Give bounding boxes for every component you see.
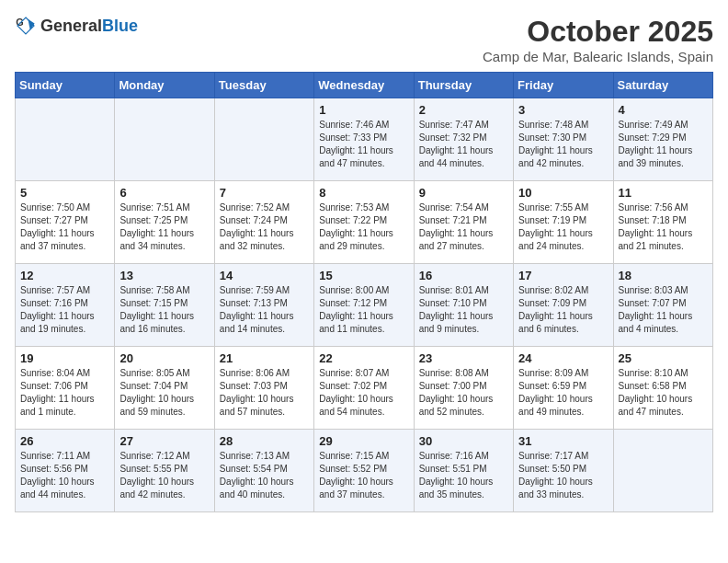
day-header-saturday: Saturday [613,73,712,98]
calendar-cell: 22Sunrise: 8:07 AM Sunset: 7:02 PM Dayli… [314,347,414,430]
day-header-wednesday: Wednesday [314,73,414,98]
day-info: Sunrise: 7:53 AM Sunset: 7:22 PM Dayligh… [319,201,408,253]
calendar-cell: 7Sunrise: 7:52 AM Sunset: 7:24 PM Daylig… [214,181,313,264]
calendar-cell: 23Sunrise: 8:08 AM Sunset: 7:00 PM Dayli… [414,347,513,430]
day-info: Sunrise: 7:50 AM Sunset: 7:27 PM Dayligh… [20,201,109,253]
day-number: 24 [518,351,608,365]
day-info: Sunrise: 7:55 AM Sunset: 7:19 PM Dayligh… [518,201,608,253]
day-info: Sunrise: 8:07 AM Sunset: 7:02 PM Dayligh… [319,367,408,419]
calendar-cell [16,98,115,181]
day-info: Sunrise: 7:49 AM Sunset: 7:29 PM Dayligh… [619,119,708,170]
calendar-cell [115,98,214,181]
day-number: 20 [119,351,209,365]
calendar-header-row: SundayMondayTuesdayWednesdayThursdayFrid… [16,73,713,98]
calendar-cell: 5Sunrise: 7:50 AM Sunset: 7:27 PM Daylig… [16,181,115,264]
day-info: Sunrise: 7:47 AM Sunset: 7:32 PM Dayligh… [419,119,508,170]
day-number: 9 [419,186,508,200]
calendar-cell: 3Sunrise: 7:48 AM Sunset: 7:30 PM Daylig… [514,98,613,181]
title-area: October 2025 Camp de Mar, Balearic Islan… [483,15,713,64]
day-number: 4 [619,103,708,117]
day-number: 5 [20,186,109,200]
day-info: Sunrise: 7:13 AM Sunset: 5:54 PM Dayligh… [220,450,309,501]
day-info: Sunrise: 8:06 AM Sunset: 7:03 PM Dayligh… [220,367,309,419]
calendar-cell: 19Sunrise: 8:04 AM Sunset: 7:06 PM Dayli… [16,347,115,430]
day-number: 21 [220,351,309,365]
day-number: 15 [319,269,408,282]
calendar-cell: 30Sunrise: 7:16 AM Sunset: 5:51 PM Dayli… [414,430,513,512]
day-info: Sunrise: 7:54 AM Sunset: 7:21 PM Dayligh… [419,201,508,253]
calendar-cell: 18Sunrise: 8:03 AM Sunset: 7:07 PM Dayli… [613,264,712,347]
day-info: Sunrise: 7:52 AM Sunset: 7:24 PM Dayligh… [220,201,309,253]
day-info: Sunrise: 7:51 AM Sunset: 7:25 PM Dayligh… [119,201,209,253]
day-header-friday: Friday [514,73,613,98]
day-info: Sunrise: 7:12 AM Sunset: 5:55 PM Dayligh… [119,450,209,501]
day-info: Sunrise: 8:10 AM Sunset: 6:58 PM Dayligh… [619,367,708,419]
day-header-sunday: Sunday [16,73,115,98]
day-header-tuesday: Tuesday [214,73,313,98]
day-number: 19 [20,351,109,365]
day-info: Sunrise: 7:59 AM Sunset: 7:13 PM Dayligh… [220,284,309,336]
day-info: Sunrise: 8:08 AM Sunset: 7:00 PM Dayligh… [419,367,508,419]
calendar-subtitle: Camp de Mar, Balearic Islands, Spain [483,49,713,64]
day-number: 8 [319,186,408,200]
day-info: Sunrise: 7:17 AM Sunset: 5:50 PM Dayligh… [518,450,608,501]
calendar-week-row: 12Sunrise: 7:57 AM Sunset: 7:16 PM Dayli… [16,264,713,347]
day-number: 25 [619,351,708,365]
day-number: 13 [119,269,209,282]
day-info: Sunrise: 8:05 AM Sunset: 7:04 PM Dayligh… [119,367,209,419]
day-number: 18 [619,269,708,282]
calendar-cell: 16Sunrise: 8:01 AM Sunset: 7:10 PM Dayli… [414,264,513,347]
day-number: 12 [20,269,109,282]
calendar-cell: 10Sunrise: 7:55 AM Sunset: 7:19 PM Dayli… [514,181,613,264]
calendar-cell [613,430,712,512]
day-number: 22 [319,351,408,365]
calendar-title: October 2025 [483,15,713,49]
logo-general: GeneralBlue [40,17,138,36]
day-number: 30 [419,434,508,448]
day-number: 1 [319,103,408,117]
day-number: 28 [220,434,309,448]
calendar-cell: 25Sunrise: 8:10 AM Sunset: 6:58 PM Dayli… [613,347,712,430]
day-number: 17 [518,269,608,282]
calendar-table: SundayMondayTuesdayWednesdayThursdayFrid… [15,72,713,512]
day-info: Sunrise: 7:48 AM Sunset: 7:30 PM Dayligh… [518,119,608,170]
day-info: Sunrise: 7:16 AM Sunset: 5:51 PM Dayligh… [419,450,508,501]
page-header: G GeneralBlue October 2025 Camp de Mar, … [15,15,713,64]
day-info: Sunrise: 8:09 AM Sunset: 6:59 PM Dayligh… [518,367,608,419]
calendar-cell: 6Sunrise: 7:51 AM Sunset: 7:25 PM Daylig… [115,181,214,264]
day-info: Sunrise: 8:00 AM Sunset: 7:12 PM Dayligh… [319,284,408,336]
day-number: 16 [419,269,508,282]
day-info: Sunrise: 7:46 AM Sunset: 7:33 PM Dayligh… [319,119,408,170]
calendar-cell: 20Sunrise: 8:05 AM Sunset: 7:04 PM Dayli… [115,347,214,430]
calendar-cell: 11Sunrise: 7:56 AM Sunset: 7:18 PM Dayli… [613,181,712,264]
day-info: Sunrise: 7:56 AM Sunset: 7:18 PM Dayligh… [619,201,708,253]
calendar-cell: 31Sunrise: 7:17 AM Sunset: 5:50 PM Dayli… [514,430,613,512]
day-number: 14 [220,269,309,282]
calendar-cell [214,98,313,181]
calendar-cell: 15Sunrise: 8:00 AM Sunset: 7:12 PM Dayli… [314,264,414,347]
day-info: Sunrise: 8:02 AM Sunset: 7:09 PM Dayligh… [518,284,608,336]
day-header-monday: Monday [115,73,214,98]
day-number: 29 [319,434,408,448]
calendar-cell: 13Sunrise: 7:58 AM Sunset: 7:15 PM Dayli… [115,264,214,347]
calendar-week-row: 19Sunrise: 8:04 AM Sunset: 7:06 PM Dayli… [16,347,713,430]
calendar-cell: 4Sunrise: 7:49 AM Sunset: 7:29 PM Daylig… [613,98,712,181]
day-info: Sunrise: 7:15 AM Sunset: 5:52 PM Dayligh… [319,450,408,501]
day-number: 2 [419,103,508,117]
day-number: 10 [518,186,608,200]
day-info: Sunrise: 7:58 AM Sunset: 7:15 PM Dayligh… [119,284,209,336]
calendar-cell: 24Sunrise: 8:09 AM Sunset: 6:59 PM Dayli… [514,347,613,430]
calendar-cell: 14Sunrise: 7:59 AM Sunset: 7:13 PM Dayli… [214,264,313,347]
day-info: Sunrise: 7:11 AM Sunset: 5:56 PM Dayligh… [20,450,109,501]
day-number: 31 [518,434,608,448]
day-number: 11 [619,186,708,200]
calendar-cell: 2Sunrise: 7:47 AM Sunset: 7:32 PM Daylig… [414,98,513,181]
day-info: Sunrise: 8:03 AM Sunset: 7:07 PM Dayligh… [619,284,708,336]
calendar-body: 1Sunrise: 7:46 AM Sunset: 7:33 PM Daylig… [16,98,713,512]
day-number: 23 [419,351,508,365]
calendar-week-row: 5Sunrise: 7:50 AM Sunset: 7:27 PM Daylig… [16,181,713,264]
day-number: 7 [220,186,309,200]
svg-marker-2 [28,19,34,30]
day-number: 3 [518,103,608,117]
day-number: 26 [20,434,109,448]
